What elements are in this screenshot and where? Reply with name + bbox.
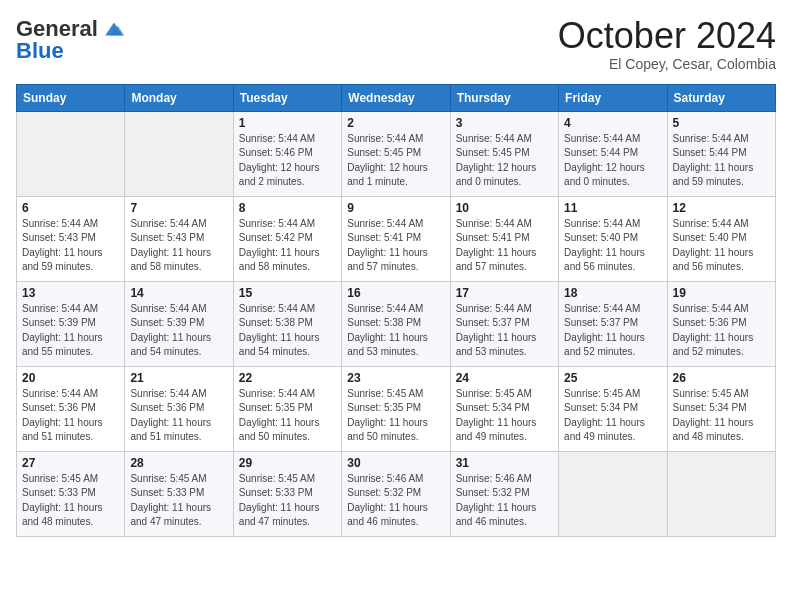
day-detail: Sunrise: 5:44 AMSunset: 5:41 PMDaylight:…	[347, 218, 428, 273]
day-cell: 8Sunrise: 5:44 AMSunset: 5:42 PMDaylight…	[233, 196, 341, 281]
day-cell: 10Sunrise: 5:44 AMSunset: 5:41 PMDayligh…	[450, 196, 558, 281]
day-detail: Sunrise: 5:44 AMSunset: 5:43 PMDaylight:…	[22, 218, 103, 273]
day-number: 27	[22, 456, 119, 470]
day-number: 23	[347, 371, 444, 385]
day-cell: 2Sunrise: 5:44 AMSunset: 5:45 PMDaylight…	[342, 111, 450, 196]
day-detail: Sunrise: 5:44 AMSunset: 5:45 PMDaylight:…	[347, 133, 428, 188]
day-detail: Sunrise: 5:44 AMSunset: 5:45 PMDaylight:…	[456, 133, 537, 188]
day-number: 28	[130, 456, 227, 470]
day-cell: 31Sunrise: 5:46 AMSunset: 5:32 PMDayligh…	[450, 451, 558, 536]
day-detail: Sunrise: 5:45 AMSunset: 5:34 PMDaylight:…	[456, 388, 537, 443]
day-number: 6	[22, 201, 119, 215]
day-number: 10	[456, 201, 553, 215]
day-number: 15	[239, 286, 336, 300]
day-number: 3	[456, 116, 553, 130]
day-number: 20	[22, 371, 119, 385]
logo-icon	[102, 17, 126, 41]
day-cell: 12Sunrise: 5:44 AMSunset: 5:40 PMDayligh…	[667, 196, 775, 281]
day-cell: 6Sunrise: 5:44 AMSunset: 5:43 PMDaylight…	[17, 196, 125, 281]
day-cell: 26Sunrise: 5:45 AMSunset: 5:34 PMDayligh…	[667, 366, 775, 451]
day-detail: Sunrise: 5:44 AMSunset: 5:39 PMDaylight:…	[22, 303, 103, 358]
day-detail: Sunrise: 5:44 AMSunset: 5:36 PMDaylight:…	[130, 388, 211, 443]
day-detail: Sunrise: 5:44 AMSunset: 5:41 PMDaylight:…	[456, 218, 537, 273]
header-thursday: Thursday	[450, 84, 558, 111]
day-number: 30	[347, 456, 444, 470]
day-cell: 30Sunrise: 5:46 AMSunset: 5:32 PMDayligh…	[342, 451, 450, 536]
day-cell: 13Sunrise: 5:44 AMSunset: 5:39 PMDayligh…	[17, 281, 125, 366]
day-number: 18	[564, 286, 661, 300]
month-title: October 2024	[558, 16, 776, 56]
day-detail: Sunrise: 5:44 AMSunset: 5:37 PMDaylight:…	[564, 303, 645, 358]
day-detail: Sunrise: 5:45 AMSunset: 5:35 PMDaylight:…	[347, 388, 428, 443]
day-detail: Sunrise: 5:44 AMSunset: 5:44 PMDaylight:…	[673, 133, 754, 188]
day-number: 14	[130, 286, 227, 300]
day-detail: Sunrise: 5:46 AMSunset: 5:32 PMDaylight:…	[456, 473, 537, 528]
day-number: 13	[22, 286, 119, 300]
day-cell: 15Sunrise: 5:44 AMSunset: 5:38 PMDayligh…	[233, 281, 341, 366]
day-cell	[559, 451, 667, 536]
day-detail: Sunrise: 5:44 AMSunset: 5:44 PMDaylight:…	[564, 133, 645, 188]
day-detail: Sunrise: 5:44 AMSunset: 5:42 PMDaylight:…	[239, 218, 320, 273]
title-block: October 2024 El Copey, Cesar, Colombia	[558, 16, 776, 72]
day-cell: 27Sunrise: 5:45 AMSunset: 5:33 PMDayligh…	[17, 451, 125, 536]
day-detail: Sunrise: 5:44 AMSunset: 5:39 PMDaylight:…	[130, 303, 211, 358]
day-detail: Sunrise: 5:44 AMSunset: 5:35 PMDaylight:…	[239, 388, 320, 443]
day-cell: 21Sunrise: 5:44 AMSunset: 5:36 PMDayligh…	[125, 366, 233, 451]
logo-blue: Blue	[16, 38, 64, 64]
day-detail: Sunrise: 5:44 AMSunset: 5:37 PMDaylight:…	[456, 303, 537, 358]
day-cell: 11Sunrise: 5:44 AMSunset: 5:40 PMDayligh…	[559, 196, 667, 281]
week-row-3: 13Sunrise: 5:44 AMSunset: 5:39 PMDayligh…	[17, 281, 776, 366]
header-friday: Friday	[559, 84, 667, 111]
day-number: 8	[239, 201, 336, 215]
day-detail: Sunrise: 5:45 AMSunset: 5:34 PMDaylight:…	[673, 388, 754, 443]
day-cell: 14Sunrise: 5:44 AMSunset: 5:39 PMDayligh…	[125, 281, 233, 366]
day-cell: 28Sunrise: 5:45 AMSunset: 5:33 PMDayligh…	[125, 451, 233, 536]
day-detail: Sunrise: 5:45 AMSunset: 5:33 PMDaylight:…	[22, 473, 103, 528]
day-cell	[667, 451, 775, 536]
day-number: 9	[347, 201, 444, 215]
day-number: 4	[564, 116, 661, 130]
day-number: 1	[239, 116, 336, 130]
day-cell: 16Sunrise: 5:44 AMSunset: 5:38 PMDayligh…	[342, 281, 450, 366]
day-cell: 23Sunrise: 5:45 AMSunset: 5:35 PMDayligh…	[342, 366, 450, 451]
day-detail: Sunrise: 5:44 AMSunset: 5:38 PMDaylight:…	[239, 303, 320, 358]
day-number: 17	[456, 286, 553, 300]
day-cell: 17Sunrise: 5:44 AMSunset: 5:37 PMDayligh…	[450, 281, 558, 366]
day-number: 16	[347, 286, 444, 300]
day-detail: Sunrise: 5:44 AMSunset: 5:46 PMDaylight:…	[239, 133, 320, 188]
day-number: 12	[673, 201, 770, 215]
day-number: 29	[239, 456, 336, 470]
day-cell: 5Sunrise: 5:44 AMSunset: 5:44 PMDaylight…	[667, 111, 775, 196]
day-number: 26	[673, 371, 770, 385]
day-number: 24	[456, 371, 553, 385]
header-sunday: Sunday	[17, 84, 125, 111]
day-cell: 24Sunrise: 5:45 AMSunset: 5:34 PMDayligh…	[450, 366, 558, 451]
day-number: 11	[564, 201, 661, 215]
day-detail: Sunrise: 5:44 AMSunset: 5:36 PMDaylight:…	[22, 388, 103, 443]
day-number: 22	[239, 371, 336, 385]
header-monday: Monday	[125, 84, 233, 111]
day-detail: Sunrise: 5:45 AMSunset: 5:33 PMDaylight:…	[239, 473, 320, 528]
day-detail: Sunrise: 5:44 AMSunset: 5:43 PMDaylight:…	[130, 218, 211, 273]
day-cell: 22Sunrise: 5:44 AMSunset: 5:35 PMDayligh…	[233, 366, 341, 451]
day-cell	[17, 111, 125, 196]
day-number: 19	[673, 286, 770, 300]
day-cell: 19Sunrise: 5:44 AMSunset: 5:36 PMDayligh…	[667, 281, 775, 366]
day-detail: Sunrise: 5:46 AMSunset: 5:32 PMDaylight:…	[347, 473, 428, 528]
calendar-header-row: SundayMondayTuesdayWednesdayThursdayFrid…	[17, 84, 776, 111]
day-cell: 9Sunrise: 5:44 AMSunset: 5:41 PMDaylight…	[342, 196, 450, 281]
day-cell: 25Sunrise: 5:45 AMSunset: 5:34 PMDayligh…	[559, 366, 667, 451]
day-number: 21	[130, 371, 227, 385]
week-row-1: 1Sunrise: 5:44 AMSunset: 5:46 PMDaylight…	[17, 111, 776, 196]
day-cell: 1Sunrise: 5:44 AMSunset: 5:46 PMDaylight…	[233, 111, 341, 196]
header-wednesday: Wednesday	[342, 84, 450, 111]
header-tuesday: Tuesday	[233, 84, 341, 111]
page-header: General Blue October 2024 El Copey, Cesa…	[16, 16, 776, 72]
logo: General Blue	[16, 16, 126, 64]
day-cell: 7Sunrise: 5:44 AMSunset: 5:43 PMDaylight…	[125, 196, 233, 281]
location: El Copey, Cesar, Colombia	[558, 56, 776, 72]
day-detail: Sunrise: 5:44 AMSunset: 5:40 PMDaylight:…	[564, 218, 645, 273]
calendar-table: SundayMondayTuesdayWednesdayThursdayFrid…	[16, 84, 776, 537]
day-number: 7	[130, 201, 227, 215]
day-detail: Sunrise: 5:45 AMSunset: 5:34 PMDaylight:…	[564, 388, 645, 443]
